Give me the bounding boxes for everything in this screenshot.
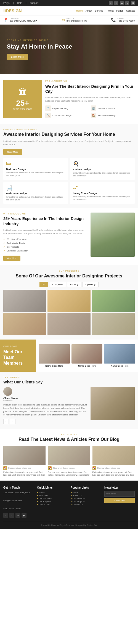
nav-home[interactable]: Home — [76, 9, 83, 12]
topbar-sep2: | — [26, 2, 27, 4]
about-desc: Invidunt lorem justo sanctus clita. Erat… — [45, 96, 135, 103]
feature-project-planning: 📋 Project Planning — [45, 105, 89, 111]
logo-text: iDESIGN — [5, 8, 22, 13]
services-read-more-button[interactable]: Read More — [3, 149, 22, 155]
about-years-label: Years Experience — [13, 108, 32, 110]
service-title-bathroom: Bathroom Design — [6, 192, 65, 195]
member-photo-2 — [71, 344, 103, 364]
footer-quick-services[interactable]: Our Services — [37, 497, 67, 500]
footer-quick-projects[interactable]: Our Projects — [37, 500, 67, 503]
facebook-icon[interactable]: f — [109, 1, 113, 5]
services-title: Awesome Interior Designing Services For … — [3, 132, 135, 137]
service-title-living: Living Room Design — [73, 192, 132, 195]
living-icon: 🛋 — [73, 185, 132, 191]
blog-date-1: Diam amet duo at eos eos — [8, 467, 31, 469]
service-desc-kitchen: Invidunt lorem justo sanctus clita. Erat… — [73, 172, 132, 177]
google-icon[interactable]: g — [125, 1, 129, 5]
office-icon: 📍 — [3, 18, 8, 22]
blog-title: Read The Latest News & Articles From Our… — [3, 437, 135, 442]
footer-quick-about[interactable]: About Us — [37, 494, 67, 497]
project-image-3 — [92, 290, 135, 312]
about-tag: FROM ABOUT US — [45, 80, 135, 82]
footer-pop-contact[interactable]: Contact Us — [71, 503, 101, 506]
footer-pop-home[interactable]: Home — [71, 491, 101, 494]
tab-running[interactable]: Running — [67, 282, 81, 287]
blog-calendar-icon-1: 📅 — [3, 466, 7, 470]
footer-pop-about[interactable]: About Us — [71, 494, 101, 497]
service-title-kitchen: Kitchen Design — [73, 168, 132, 171]
footer-popular-links-title: Popular Links — [71, 486, 101, 489]
footer-facebook-icon[interactable]: f — [3, 513, 8, 518]
footer-quick-contact[interactable]: Contact Us — [37, 503, 67, 506]
topbar-sep1: | — [13, 2, 14, 4]
footer-youtube-icon[interactable]: ▶ — [22, 513, 26, 518]
service-desc-living: Invidunt lorem justo sanctus clita. Erat… — [73, 195, 132, 201]
commercial-icon: 🔨 — [45, 113, 51, 118]
nav-contact[interactable]: Contact — [126, 9, 135, 12]
email-value: info@example.com — [67, 20, 87, 22]
team-members: Name Goes Here Name Goes Here Name Goes … — [36, 340, 138, 372]
service-desc-bedroom: Invidunt lorem justo sanctus clita. Erat… — [6, 171, 65, 177]
why-content: WHY CHOOSE US 25+ Years Experience In Th… — [3, 213, 87, 261]
member-name-1: Name Goes Here — [39, 365, 70, 367]
service-title-bedroom: Bedroom Design — [6, 168, 65, 171]
feature-label-3: Commercial Design — [52, 114, 71, 117]
hero-learn-more-button[interactable]: Learn More — [7, 54, 28, 60]
blog-calendar-icon-2: 📅 — [48, 466, 52, 470]
footer-twitter-icon[interactable]: t — [9, 513, 14, 518]
nav-project[interactable]: Project — [106, 9, 113, 12]
testimonial-content: Client Name Profession Invidunt lorem ju… — [3, 387, 135, 424]
about-building-icon: 🏛 — [19, 88, 26, 97]
newsletter-submit-button[interactable]: Submit Now — [104, 498, 135, 503]
prev-testimonial-button[interactable]: ‹ — [3, 419, 9, 424]
nav-about[interactable]: About — [86, 9, 92, 12]
nav-pages[interactable]: Pages — [116, 9, 123, 12]
why-item-2: Best Interior Design — [3, 241, 87, 245]
about-left-panel: 🏛 25+ Years Experience — [3, 80, 42, 118]
tab-upcoming[interactable]: Upcoming — [83, 282, 99, 287]
tab-completed[interactable]: Completed — [49, 282, 66, 287]
tab-all[interactable]: All — [39, 282, 48, 287]
footer-linkedin-icon[interactable]: in — [15, 513, 20, 518]
footer-social-icons: f t in ▶ — [3, 513, 34, 518]
topbar-faqs-link[interactable]: FAQs — [3, 2, 10, 4]
phone-icon: 📞 — [111, 18, 116, 22]
testimonial-tag: TESTIMONIAL — [3, 376, 135, 379]
footer-col-newsletter: Newsletter Submit Now — [104, 486, 135, 518]
email-icon[interactable]: ✉ — [131, 1, 135, 5]
why-list: 25+ Years Experience Best Interior Desig… — [3, 237, 87, 253]
hero-subtitle: CREATIVE INTERIOR DESIGN — [7, 39, 72, 41]
linkedin-icon[interactable]: in — [120, 1, 124, 5]
office-value: 123 Street, New York, USA — [10, 20, 37, 22]
member-photo-3 — [104, 344, 135, 364]
projects-title: Some Of Our Awesome Interior Designing P… — [3, 273, 135, 279]
blog-card-2: 📅 Diam amet duo at eos eos Erat erat no … — [48, 446, 90, 476]
team-member-2: Name Goes Here — [71, 344, 103, 367]
service-card-living: 🛋 Living Room Design Invidunt lorem just… — [70, 182, 135, 204]
footer: Get In Touch 123 Street, New York, USA i… — [0, 481, 138, 529]
why-item-4: Customer Satisfaction — [3, 249, 87, 253]
footer-pop-services[interactable]: Our Services — [71, 497, 101, 500]
member-photo-1 — [39, 344, 70, 364]
why-view-more-button[interactable]: View More — [3, 256, 20, 261]
service-desc-bathroom: Invidunt lorem justo sanctus clita. Erat… — [6, 196, 65, 201]
nav-service[interactable]: Service — [95, 9, 103, 12]
testimonial-text: Invidunt lorem justo sanctus clita vero … — [3, 403, 88, 417]
topbar-support-link[interactable]: Support — [30, 2, 39, 4]
twitter-icon[interactable]: t — [114, 1, 118, 5]
footer-quick-home[interactable]: Home — [37, 491, 67, 494]
blog-excerpt-1: Erat erat no et nonumy lorem ipsum erat.… — [3, 471, 46, 476]
projects-section: OUR PROJECTS Some Of Our Awesome Interio… — [0, 265, 138, 340]
newsletter-email-input[interactable] — [104, 491, 135, 497]
footer-pop-projects[interactable]: Our Projects — [71, 500, 101, 503]
services-cards: 🛏 Bedroom Design Invidunt lorem justo sa… — [3, 158, 135, 204]
blog-date-2: Diam amet duo at eos eos — [53, 467, 75, 469]
team-member-3: Name Goes Here — [104, 344, 135, 367]
blog-image-2 — [48, 446, 90, 465]
why-item-1: 25+ Years Experience — [3, 237, 87, 241]
topbar-help-link[interactable]: Help — [17, 2, 22, 4]
next-testimonial-button[interactable]: › — [10, 419, 15, 424]
office-label: Our Office — [10, 18, 37, 20]
footer-newsletter-title: Newsletter — [104, 486, 135, 489]
why-section: WHY CHOOSE US 25+ Years Experience In Th… — [0, 208, 138, 265]
